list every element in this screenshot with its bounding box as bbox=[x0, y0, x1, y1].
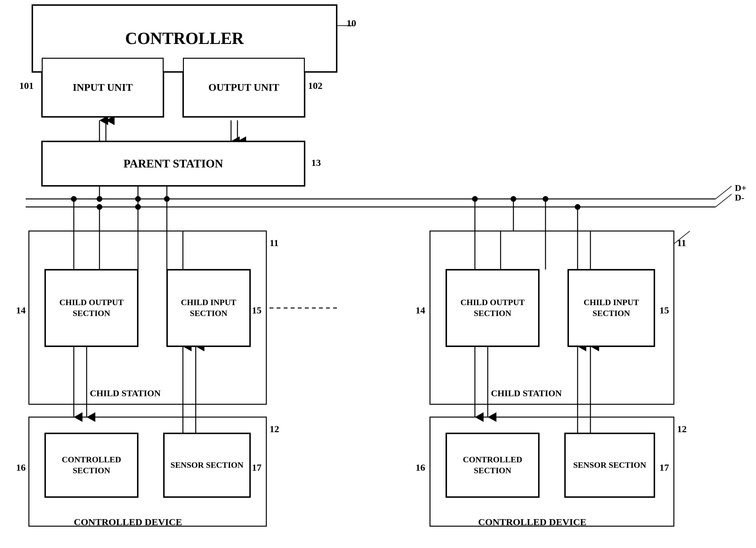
parent-station-label: PARENT STATION bbox=[124, 156, 223, 171]
ref-11-right: 11 bbox=[677, 237, 686, 248]
svg-point-10 bbox=[71, 196, 77, 202]
input-unit-box: INPUT UNIT bbox=[42, 58, 164, 117]
ref-102: 102 bbox=[308, 80, 322, 91]
child-input-left-label: CHILD INPUT SECTION bbox=[168, 297, 249, 319]
controlled-device-left-label: CONTROLLED DEVICE bbox=[74, 517, 182, 527]
svg-point-17 bbox=[511, 196, 516, 202]
child-input-right-box: CHILD INPUT SECTION bbox=[568, 270, 655, 347]
ref-14-right: 14 bbox=[416, 305, 425, 316]
ref-10: 10 bbox=[347, 18, 356, 29]
sensor-section-left-box: SENSOR SECTION bbox=[164, 433, 250, 497]
svg-point-14 bbox=[97, 204, 102, 210]
ref-16-right: 16 bbox=[416, 462, 425, 473]
ref-13: 13 bbox=[311, 157, 321, 168]
ref-12-left: 12 bbox=[270, 424, 279, 434]
svg-line-65 bbox=[716, 194, 732, 207]
dplus-label: D+ bbox=[735, 183, 746, 193]
svg-point-15 bbox=[135, 204, 141, 210]
input-unit-label: INPUT UNIT bbox=[73, 81, 133, 94]
svg-point-16 bbox=[472, 196, 478, 202]
controller-label: CONTROLLER bbox=[125, 28, 244, 49]
svg-point-12 bbox=[135, 196, 141, 202]
controlled-section-right-box: CONTROLLED SECTION bbox=[446, 433, 539, 497]
ref-101: 101 bbox=[19, 80, 34, 91]
svg-point-19 bbox=[575, 204, 580, 210]
svg-point-11 bbox=[97, 196, 102, 202]
controlled-device-right-label: CONTROLLED DEVICE bbox=[478, 517, 587, 527]
output-unit-label: OUTPUT UNIT bbox=[209, 81, 279, 94]
output-unit-box: OUTPUT UNIT bbox=[183, 58, 305, 117]
controlled-section-left-box: CONTROLLED SECTION bbox=[45, 433, 138, 497]
ref-17-right: 17 bbox=[659, 462, 669, 473]
ref-11-left: 11 bbox=[270, 237, 279, 248]
child-output-right-label: CHILD OUTPUT SECTION bbox=[447, 297, 538, 319]
ref-14-left: 14 bbox=[16, 305, 26, 316]
sensor-section-right-box: SENSOR SECTION bbox=[565, 433, 655, 497]
controlled-section-right-label: CONTROLLED SECTION bbox=[447, 454, 538, 476]
child-station-right-label: CHILD STATION bbox=[491, 388, 562, 398]
parent-station-box: PARENT STATION bbox=[42, 141, 305, 186]
child-input-left-box: CHILD INPUT SECTION bbox=[167, 270, 250, 347]
ref-15-left: 15 bbox=[252, 305, 262, 316]
sensor-section-left-label: SENSOR SECTION bbox=[170, 460, 244, 471]
svg-point-13 bbox=[164, 196, 170, 202]
child-input-right-label: CHILD INPUT SECTION bbox=[569, 297, 654, 319]
controlled-section-left-label: CONTROLLED SECTION bbox=[46, 454, 137, 476]
svg-line-64 bbox=[716, 186, 732, 199]
ref-12-right: 12 bbox=[677, 424, 687, 434]
child-output-left-label: CHILD OUTPUT SECTION bbox=[46, 297, 137, 319]
ref-17-left: 17 bbox=[252, 462, 262, 473]
sensor-section-right-label: SENSOR SECTION bbox=[573, 460, 646, 471]
svg-point-18 bbox=[543, 196, 548, 202]
child-output-right-box: CHILD OUTPUT SECTION bbox=[446, 270, 539, 347]
ref-15-right: 15 bbox=[659, 305, 669, 316]
ref-16-left: 16 bbox=[16, 462, 26, 473]
child-output-left-box: CHILD OUTPUT SECTION bbox=[45, 270, 138, 347]
dminus-label: D- bbox=[735, 193, 744, 203]
child-station-left-label: CHILD STATION bbox=[90, 388, 161, 398]
